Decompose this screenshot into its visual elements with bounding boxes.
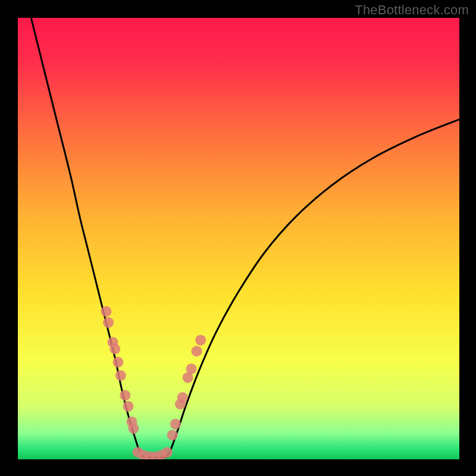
marker-dot bbox=[192, 346, 202, 356]
marker-dot bbox=[186, 364, 197, 374]
marker-dot bbox=[123, 401, 134, 412]
marker-dot bbox=[120, 390, 130, 400]
watermark-text: TheBottleneck.com bbox=[355, 2, 469, 18]
marker-dot bbox=[167, 430, 178, 440]
chart-stage: TheBottleneck.com bbox=[0, 0, 476, 476]
marker-dot bbox=[162, 447, 173, 458]
marker-dot bbox=[109, 344, 120, 355]
plot-area bbox=[18, 18, 459, 459]
marker-dot bbox=[112, 357, 123, 368]
gradient-background bbox=[18, 18, 459, 459]
marker-dot bbox=[103, 317, 114, 328]
chart-svg bbox=[18, 18, 459, 459]
marker-dot bbox=[170, 419, 181, 430]
marker-dot bbox=[177, 392, 188, 403]
marker-dot bbox=[195, 335, 206, 346]
marker-dot bbox=[115, 370, 126, 381]
marker-dot bbox=[101, 306, 111, 317]
marker-dot bbox=[128, 423, 139, 434]
